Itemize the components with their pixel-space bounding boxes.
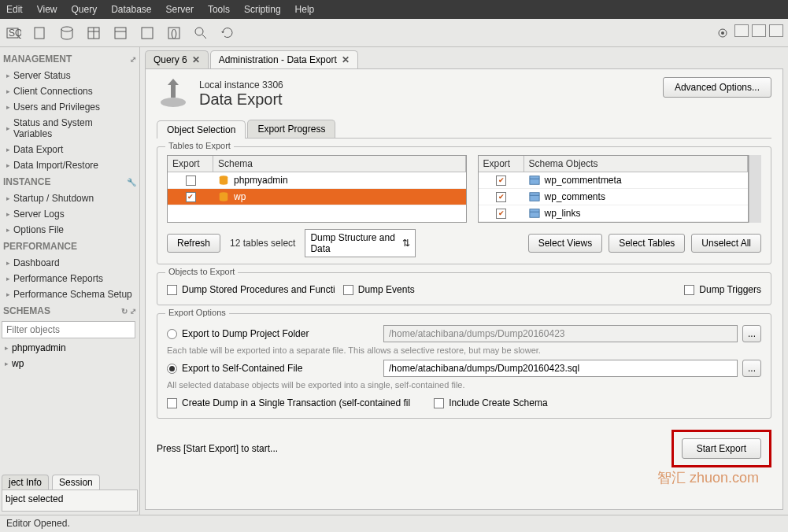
object-row[interactable]: ✔ wp_links [479,205,748,222]
chk-dump-triggers[interactable]: Dump Triggers [684,284,761,295]
menu-database[interactable]: Database [111,4,151,15]
sidebar-item-startup[interactable]: ▸Startup / Shutdown [2,190,138,206]
svg-rect-17 [171,83,176,98]
menu-edit[interactable]: Edit [6,4,23,15]
start-export-button[interactable]: Start Export [682,438,761,459]
checkbox[interactable]: ✔ [496,209,506,219]
dump-mode-select[interactable]: Dump Structure and Data⇅ [305,229,416,257]
schema-phpmyadmin[interactable]: ▸phpmyadmin [2,340,138,356]
checkbox[interactable] [343,285,353,295]
menu-scripting[interactable]: Scripting [244,4,281,15]
start-highlight: Start Export [671,430,771,467]
col-objects[interactable]: Schema Objects [524,156,748,172]
chk-single-transaction[interactable]: Create Dump in a Single Transaction (sel… [167,397,410,408]
svg-point-12 [195,28,203,35]
gear-icon[interactable] [714,24,731,42]
col-schema[interactable]: Schema [213,156,466,172]
select-views-button[interactable]: Select Views [528,234,602,253]
tool-search-icon[interactable] [192,24,209,42]
expand-icon[interactable]: ⤢ [130,307,136,316]
tool-table2-icon[interactable] [112,24,129,42]
refresh-button[interactable]: Refresh [167,234,220,253]
checkbox[interactable]: ✔ [186,192,196,202]
checkbox[interactable] [684,285,694,295]
radio-project-folder[interactable] [167,329,177,339]
object-row[interactable]: ✔ wp_commentmeta [479,172,748,189]
tool-refresh-icon[interactable] [219,24,236,42]
checkbox[interactable] [167,285,177,295]
advanced-options-button[interactable]: Advanced Options... [663,77,771,98]
menu-query[interactable]: Query [71,4,97,15]
section-performance: PERFORMANCE [2,238,138,255]
spinner-icon: ⇅ [402,238,410,249]
browse-button[interactable]: ... [742,325,761,342]
filter-objects-input[interactable] [2,321,135,338]
object-row[interactable]: ✔ wp_comments [479,189,748,205]
unselect-all-button[interactable]: Unselect All [691,234,761,253]
self-contained-path[interactable] [383,360,738,377]
checkbox[interactable] [167,398,177,408]
col-export[interactable]: Export [479,156,524,172]
tool-new-icon[interactable] [31,24,49,42]
section-schemas: SCHEMAS ↻ ⤢ [2,302,138,320]
sidebar-item-server-status[interactable]: ▸Server Status [2,68,138,83]
checkbox[interactable] [434,398,444,408]
toolbar: SQL () [0,19,788,47]
tool-db-icon[interactable] [58,24,76,42]
sidebar-item-dashboard[interactable]: ▸Dashboard [2,255,138,271]
schema-row[interactable]: phpmyadmin [168,172,466,189]
sidebar-item-options-file[interactable]: ▸Options File [2,222,138,238]
chk-include-create-schema[interactable]: Include Create Schema [434,397,547,408]
svg-line-13 [202,35,206,39]
sidebar-item-data-export[interactable]: ▸Data Export [2,142,138,157]
subtab-export-progress[interactable]: Export Progress [247,120,335,138]
sidebar-item-status-vars[interactable]: ▸Status and System Variables [2,115,138,142]
sidebar-item-data-import[interactable]: ▸Data Import/Restore [2,157,138,173]
checkbox[interactable]: ✔ [496,192,506,202]
tables-to-export: Tables to Export Export Schema phpmyadmi… [157,146,771,264]
sidebar-item-server-logs[interactable]: ▸Server Logs [2,206,138,222]
select-tables-button[interactable]: Select Tables [609,234,685,253]
tool-table3-icon[interactable] [139,24,156,42]
sidebar-item-users[interactable]: ▸Users and Privileges [2,99,138,115]
tool-sql-icon[interactable]: SQL [5,24,22,42]
col-export[interactable]: Export [168,156,213,172]
checkbox[interactable]: ✔ [496,175,506,186]
tab-admin-export[interactable]: Administration - Data Export✕ [210,50,358,68]
chk-dump-events[interactable]: Dump Events [343,284,415,295]
layout-btn-3[interactable] [769,24,783,37]
sidebar-item-perf-schema[interactable]: ▸Performance Schema Setup [2,286,138,302]
page-title: Data Export [199,91,283,109]
tab-query[interactable]: Query 6✕ [145,50,209,68]
layout-btn-2[interactable] [752,24,766,37]
schema-row-selected[interactable]: ✔ wp [168,189,466,205]
checkbox[interactable] [186,175,196,186]
menu-view[interactable]: View [37,4,57,15]
refresh-icon[interactable]: ↻ [121,307,128,316]
tool-proc-icon[interactable]: () [165,24,183,42]
chk-dump-procs[interactable]: Dump Stored Procedures and Functi [167,284,335,295]
table-icon [529,208,540,219]
layout-btn-1[interactable] [734,24,749,37]
sidebar-item-perf-reports[interactable]: ▸Performance Reports [2,271,138,286]
tool-table-icon[interactable] [85,24,102,42]
browse-button[interactable]: ... [742,360,761,377]
press-hint: Press [Start Export] to start... [157,443,278,454]
scrollbar[interactable] [749,155,761,223]
menu-server[interactable]: Server [166,4,194,15]
menu-tools[interactable]: Tools [208,4,230,15]
close-icon[interactable]: ✕ [192,54,200,65]
sidebar-item-client-connections[interactable]: ▸Client Connections [2,83,138,99]
svg-text:(): () [171,28,177,39]
close-icon[interactable]: ✕ [342,54,350,65]
radio-label: Export to Self-Contained File [182,363,379,374]
expand-icon[interactable]: ⤢ [130,55,136,64]
menu-help[interactable]: Help [295,4,315,15]
tab-object-info[interactable]: ject Info [2,475,49,490]
schema-wp[interactable]: ▸wp [2,356,138,371]
radio-self-contained[interactable] [167,364,177,374]
status-bar: Editor Opened. [0,515,788,532]
project-folder-path[interactable] [383,325,738,342]
subtab-object-selection[interactable]: Object Selection [157,120,246,139]
tab-session[interactable]: Session [52,475,100,490]
